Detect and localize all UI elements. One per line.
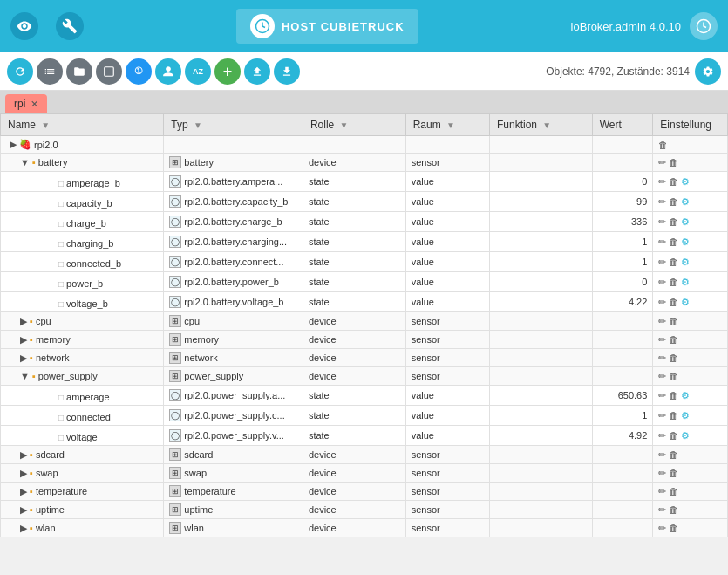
- delete-icon[interactable]: 🗑: [669, 297, 678, 307]
- row-rolle-cell: state: [303, 272, 405, 292]
- edit-icon[interactable]: ✏: [658, 504, 666, 516]
- file-icon: □: [58, 239, 64, 249]
- filter-raum-icon[interactable]: ▼: [446, 120, 455, 130]
- wrench-button[interactable]: [56, 12, 84, 40]
- delete-icon[interactable]: 🗑: [669, 334, 678, 345]
- settings-icon[interactable]: ⚙: [681, 196, 690, 208]
- object-table-container[interactable]: Name ▼ Typ ▼ Rolle ▼ Raum ▼: [0, 113, 728, 575]
- person-button[interactable]: [155, 58, 181, 85]
- folder-button[interactable]: [66, 58, 92, 85]
- delete-icon[interactable]: 🗑: [658, 140, 668, 150]
- settings-icon[interactable]: ⚙: [681, 257, 690, 268]
- expand-icon[interactable]: ▼: [20, 371, 30, 381]
- edit-icon[interactable]: ✏: [658, 449, 666, 461]
- delete-icon[interactable]: 🗑: [669, 504, 678, 515]
- expand-icon[interactable]: ▶: [20, 334, 27, 346]
- delete-icon[interactable]: 🗑: [669, 410, 678, 421]
- edit-icon[interactable]: ✏: [658, 236, 666, 248]
- expand-icon[interactable]: ▶: [20, 486, 27, 497]
- add-button[interactable]: +: [214, 58, 241, 85]
- edit-icon[interactable]: ✏: [658, 196, 666, 208]
- settings-icon[interactable]: ⚙: [681, 216, 690, 228]
- row-raum-cell: sensor: [405, 331, 489, 349]
- edit-icon[interactable]: ✏: [658, 390, 666, 401]
- filter-funktion-icon[interactable]: ▼: [542, 120, 551, 130]
- download-button[interactable]: [274, 58, 300, 85]
- row-funktion-cell: [489, 154, 592, 172]
- settings-icon[interactable]: ⚙: [681, 430, 690, 442]
- edit-icon[interactable]: ✏: [658, 257, 666, 268]
- expand-icon[interactable]: ▶: [20, 316, 27, 327]
- delete-icon[interactable]: 🗑: [669, 468, 678, 478]
- table-row: □ amperage ◯rpi2.0.power_supply.a... sta…: [1, 386, 728, 406]
- state-type-icon: ◯: [169, 175, 181, 188]
- tab-rpi[interactable]: rpi ✕: [5, 94, 47, 113]
- expand-icon[interactable]: ▼: [20, 157, 30, 168]
- settings-icon[interactable]: ⚙: [681, 236, 690, 248]
- edit-icon[interactable]: ✏: [658, 468, 666, 479]
- edit-icon[interactable]: ✏: [658, 410, 666, 421]
- refresh-button[interactable]: [7, 58, 33, 85]
- delete-icon[interactable]: 🗑: [669, 257, 678, 267]
- delete-icon[interactable]: 🗑: [669, 196, 678, 207]
- edit-icon[interactable]: ✏: [658, 371, 666, 382]
- expand-icon[interactable]: ▶: [20, 353, 27, 364]
- row-typ-cell: ⊞temperature: [164, 483, 303, 501]
- file-icon: □: [58, 433, 64, 442]
- edit-icon[interactable]: ✏: [658, 486, 666, 497]
- expand-icon[interactable]: ▶: [20, 468, 27, 479]
- edit-icon[interactable]: ✏: [658, 277, 666, 288]
- edit-icon[interactable]: ✏: [658, 353, 666, 364]
- filter-typ-icon[interactable]: ▼: [194, 120, 202, 130]
- delete-icon[interactable]: 🗑: [669, 371, 678, 381]
- square-button[interactable]: [96, 58, 122, 85]
- delete-icon[interactable]: 🗑: [669, 236, 678, 247]
- delete-icon[interactable]: 🗑: [669, 353, 678, 363]
- row-typ-cell: ⊞power_supply: [164, 367, 303, 386]
- filter-rolle-icon[interactable]: ▼: [340, 120, 349, 130]
- delete-icon[interactable]: 🗑: [669, 176, 678, 187]
- settings-icon[interactable]: ⚙: [681, 176, 690, 188]
- edit-icon[interactable]: ✏: [658, 523, 666, 534]
- delete-icon[interactable]: 🗑: [669, 523, 678, 533]
- eye-button[interactable]: [10, 12, 38, 40]
- expand-icon[interactable]: ▶: [10, 139, 17, 150]
- settings-icon[interactable]: ⚙: [681, 390, 690, 401]
- row-name-cell: ▼ ▪ battery: [1, 154, 164, 172]
- expand-icon[interactable]: ▶: [20, 504, 27, 516]
- filter-name-icon[interactable]: ▼: [41, 120, 50, 130]
- table-row: ▶ ▪ network ⊞network device sensor ✏ 🗑: [1, 349, 728, 367]
- list-button[interactable]: [37, 58, 63, 85]
- expand-icon[interactable]: ▶: [20, 523, 27, 534]
- delete-icon[interactable]: 🗑: [669, 449, 678, 460]
- settings-icon[interactable]: ⚙: [681, 410, 690, 421]
- edit-icon[interactable]: ✏: [658, 334, 666, 346]
- table-row: □ capacity_b ◯rpi2.0.battery.capacity_b …: [1, 192, 728, 212]
- settings-icon[interactable]: ⚙: [681, 277, 690, 288]
- delete-icon[interactable]: 🗑: [669, 390, 678, 400]
- edit-icon[interactable]: ✏: [658, 176, 666, 188]
- row-raum-cell: value: [405, 272, 489, 292]
- expand-icon[interactable]: ▶: [20, 449, 27, 461]
- az-button[interactable]: AZ: [185, 58, 211, 85]
- settings-icon[interactable]: ⚙: [681, 297, 690, 308]
- delete-icon[interactable]: 🗑: [669, 277, 678, 287]
- admin-logo-button[interactable]: [690, 12, 718, 40]
- edit-icon[interactable]: ✏: [658, 216, 666, 228]
- tab-close-icon[interactable]: ✕: [31, 99, 38, 110]
- edit-icon[interactable]: ✏: [658, 430, 666, 442]
- table-row: ▶ 🍓 rpi2.0 🗑: [1, 136, 728, 154]
- badge-button[interactable]: ①: [126, 58, 152, 85]
- delete-icon[interactable]: 🗑: [669, 486, 678, 496]
- table-row: ▶ ▪ uptime ⊞uptime device sensor ✏ 🗑: [1, 501, 728, 519]
- edit-icon[interactable]: ✏: [658, 316, 666, 327]
- upload-button[interactable]: [244, 58, 270, 85]
- delete-icon[interactable]: 🗑: [669, 157, 678, 168]
- edit-icon[interactable]: ✏: [658, 297, 666, 308]
- edit-icon[interactable]: ✏: [658, 157, 666, 168]
- row-name-text: network: [36, 353, 70, 363]
- delete-icon[interactable]: 🗑: [669, 216, 678, 227]
- settings-button[interactable]: [695, 58, 721, 85]
- delete-icon[interactable]: 🗑: [669, 316, 678, 326]
- delete-icon[interactable]: 🗑: [669, 430, 678, 441]
